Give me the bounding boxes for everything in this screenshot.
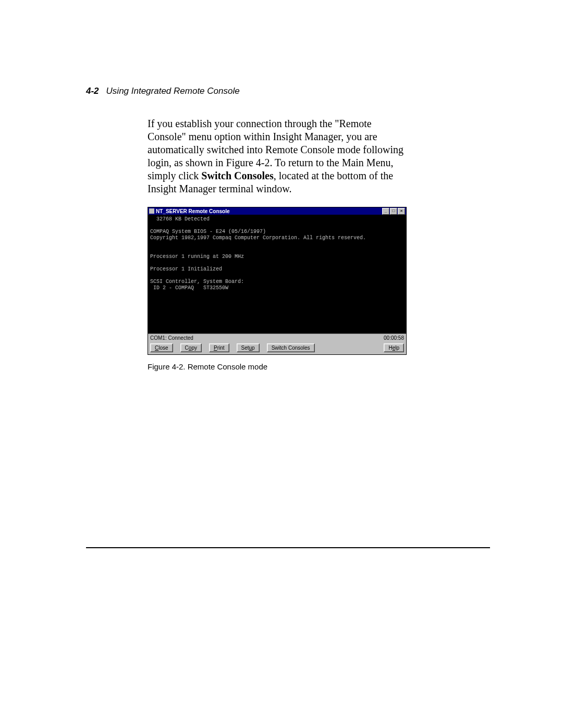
switch-consoles-button[interactable]: Switch Consoles	[267, 343, 315, 352]
figure-caption: Figure 4-2. Remote Console mode	[148, 362, 490, 371]
footer-rule	[86, 547, 490, 548]
status-bar: COM1: Connected 00:00:58	[148, 334, 406, 342]
status-right: 00:00:58	[384, 335, 404, 341]
close-button[interactable]: Close	[150, 343, 173, 352]
app-icon	[149, 208, 154, 214]
running-header: 4-2Using Integrated Remote Console	[86, 86, 490, 96]
header-title: Using Integrated Remote Console	[106, 86, 240, 96]
copy-button[interactable]: Copy	[180, 343, 202, 352]
minimize-icon[interactable]: _	[382, 208, 389, 215]
print-button[interactable]: Print	[209, 343, 229, 352]
titlebar[interactable]: NT_SERVER Remote Console _ □ ×	[148, 207, 406, 215]
page-number: 4-2	[86, 86, 99, 96]
status-left: COM1: Connected	[150, 335, 384, 341]
switch-consoles-term: Switch Consoles	[201, 170, 273, 181]
help-button[interactable]: Help	[384, 343, 404, 352]
button-bar: Close Copy Print Setup Switch Consoles H…	[148, 342, 406, 354]
close-icon[interactable]: ×	[398, 208, 405, 215]
figure: NT_SERVER Remote Console _ □ × 32768 KB …	[148, 207, 490, 371]
terminal-output: 32768 KB Detected COMPAQ System BIOS - E…	[148, 215, 406, 334]
window-title: NT_SERVER Remote Console	[156, 208, 382, 214]
body-paragraph: If you establish your connection through…	[148, 117, 408, 195]
remote-console-window: NT_SERVER Remote Console _ □ × 32768 KB …	[148, 207, 407, 355]
setup-button[interactable]: Setup	[237, 343, 260, 352]
maximize-icon[interactable]: □	[390, 208, 397, 215]
document-page: 4-2Using Integrated Remote Console If yo…	[0, 0, 563, 728]
